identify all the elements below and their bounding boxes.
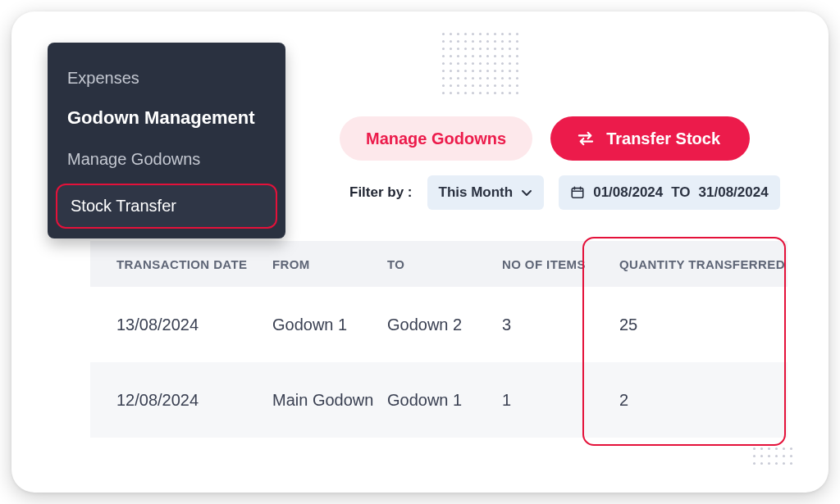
filter-period-value: This Month <box>439 184 514 201</box>
cell-date: 13/08/2024 <box>116 316 272 334</box>
cell-from: Godown 1 <box>272 316 387 334</box>
table-row[interactable]: 13/08/2024 Godown 1 Godown 2 3 25 <box>90 287 788 362</box>
date-to: 31/08/2024 <box>699 184 769 201</box>
transfer-stock-button[interactable]: Transfer Stock <box>550 116 750 161</box>
calendar-icon <box>570 185 585 200</box>
filter-period-dropdown[interactable]: This Month <box>427 175 545 210</box>
col-to: TO <box>387 257 502 271</box>
col-items: NO OF ITEMS <box>502 257 605 271</box>
action-bar: Manage Godowns Transfer Stock <box>340 116 750 161</box>
sidebar-item-stock-transfer[interactable]: Stock Transfer <box>56 184 277 229</box>
cell-from: Main Godown <box>272 391 387 410</box>
cell-items: 1 <box>502 391 605 410</box>
sidebar-item-expenses[interactable]: Expenses <box>51 61 282 96</box>
table-header: TRANSACTION DATE FROM TO NO OF ITEMS QUA… <box>90 241 788 287</box>
cell-to: Godown 2 <box>387 316 502 334</box>
svg-rect-0 <box>572 188 583 198</box>
cell-date: 12/08/2024 <box>116 391 272 410</box>
swap-icon <box>577 131 595 146</box>
sidebar-item-manage-godowns[interactable]: Manage Godowns <box>51 142 282 177</box>
table-row[interactable]: 12/08/2024 Main Godown Godown 1 1 2 <box>90 362 788 438</box>
date-sep: TO <box>671 184 690 201</box>
decorative-dots-top <box>442 33 523 99</box>
col-date: TRANSACTION DATE <box>116 257 272 271</box>
cell-qty: 2 <box>605 391 788 410</box>
cell-qty: 25 <box>605 316 788 334</box>
transfers-table: TRANSACTION DATE FROM TO NO OF ITEMS QUA… <box>90 241 788 438</box>
sidebar-heading-godown: Godown Management <box>51 96 282 142</box>
filter-bar: Filter by : This Month 01/08/2024 TO 31/… <box>349 175 780 210</box>
col-qty: QUANTITY TRANSFERRED <box>605 257 788 271</box>
sidebar: Expenses Godown Management Manage Godown… <box>48 43 285 238</box>
decorative-dots-bottom <box>753 447 797 470</box>
col-from: FROM <box>272 257 387 271</box>
cell-items: 3 <box>502 316 605 334</box>
app-card: Expenses Godown Management Manage Godown… <box>11 11 829 493</box>
filter-by-label: Filter by : <box>349 184 413 201</box>
transfer-stock-label: Transfer Stock <box>606 129 720 148</box>
chevron-down-icon <box>521 187 532 198</box>
cell-to: Godown 1 <box>387 391 502 410</box>
filter-date-range[interactable]: 01/08/2024 TO 31/08/2024 <box>559 175 780 210</box>
manage-godowns-label: Manage Godowns <box>366 129 506 148</box>
date-from: 01/08/2024 <box>593 184 663 201</box>
manage-godowns-button[interactable]: Manage Godowns <box>340 116 532 161</box>
